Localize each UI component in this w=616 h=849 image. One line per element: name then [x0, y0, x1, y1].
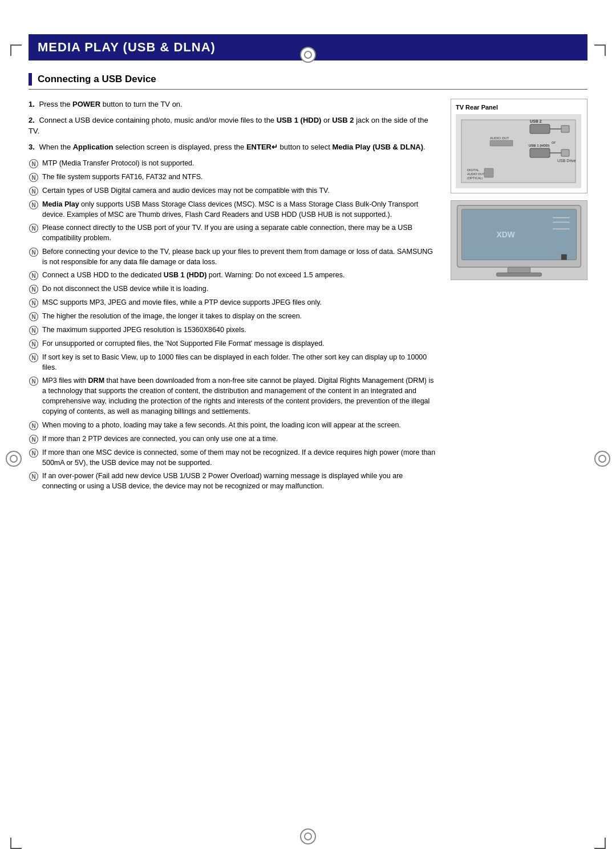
- svg-text:N: N: [31, 341, 35, 347]
- corner-mark-bl: [10, 838, 22, 849]
- svg-rect-61: [561, 254, 567, 260]
- note-svg-14: N: [29, 376, 39, 386]
- note-14: N MP3 files with DRM that have been down…: [29, 375, 439, 417]
- corner-mark-tr: [594, 45, 606, 56]
- note-2-text: The file system supports FAT16, FAT32 an…: [42, 172, 203, 182]
- steps-list: 1. Press the POWER button to turn the TV…: [29, 99, 439, 152]
- step-2: 2. Connect a USB device containing photo…: [29, 115, 439, 137]
- step-3-num: 3.: [29, 143, 35, 151]
- note-14-text: MP3 files with DRM that have been downlo…: [42, 375, 439, 417]
- note-svg-16: N: [29, 434, 39, 444]
- step-1-num: 1.: [29, 100, 35, 108]
- svg-text:USB 1 (HDD): USB 1 (HDD): [529, 144, 549, 147]
- note-9: N MSC supports MP3, JPEG and movie files…: [29, 297, 439, 308]
- note-11: N The maximum supported JPEG resolution …: [29, 325, 439, 335]
- note-svg-10: N: [29, 312, 39, 322]
- bottom-circle-icon: [300, 828, 316, 844]
- nav-icon-top: [300, 47, 316, 63]
- note-18: N If an over-power (Fail add new device …: [29, 471, 439, 491]
- note-3-text: Certain types of USB Digital camera and …: [42, 185, 330, 196]
- note-17-text: If more than one MSC device is connected…: [42, 447, 439, 468]
- tv-illustration: XDW: [451, 201, 587, 280]
- svg-text:(OPTICAL): (OPTICAL): [467, 176, 483, 180]
- note-icon-14: N: [29, 376, 39, 386]
- note-icon-15: N: [29, 421, 39, 431]
- note-svg-1: N: [29, 159, 39, 169]
- note-5-text: Please connect directly to the USB port …: [42, 223, 439, 243]
- note-13-text: If sort key is set to Basic View, up to …: [42, 352, 439, 373]
- svg-text:N: N: [31, 202, 35, 208]
- note-7-text: Connect a USB HDD to the dedicated USB 1…: [42, 270, 345, 280]
- rear-panel-svg: USB 2 or AUDIO OUT USB 1 (HDD): [456, 114, 581, 188]
- note-icon-16: N: [29, 434, 39, 444]
- note-1-text: MTP (Media Transfer Protocol) is not sup…: [42, 158, 194, 168]
- corner-mark-tl: [10, 45, 22, 56]
- note-15: N When moving to a photo, loading may ta…: [29, 420, 439, 431]
- note-icon-2: N: [29, 172, 39, 183]
- tv-rear-panel-diagram: TV Rear Panel USB 2 or AUDIO OUT: [451, 99, 587, 193]
- note-8-text: Do not disconnect the USB device while i…: [42, 284, 208, 294]
- two-column-layout: 1. Press the POWER button to turn the TV…: [29, 99, 587, 494]
- page: MEDIA PLAY (USB & DLNA) Connecting a USB…: [0, 34, 616, 849]
- note-icon-13: N: [29, 353, 39, 363]
- note-17: N If more than one MSC device is connect…: [29, 447, 439, 468]
- note-4-text: Media Play only supports USB Mass Storag…: [42, 199, 439, 220]
- note-icon-11: N: [29, 325, 39, 335]
- svg-text:N: N: [31, 188, 35, 195]
- note-icon-7: N: [29, 270, 39, 281]
- top-circle-icon: [300, 47, 316, 63]
- svg-text:AUDIO OUT: AUDIO OUT: [467, 172, 485, 176]
- note-icon-9: N: [29, 298, 39, 308]
- note-12: N For unsupported or corrupted files, th…: [29, 338, 439, 349]
- left-circle-icon: [6, 451, 22, 467]
- svg-rect-55: [461, 209, 576, 260]
- svg-text:USB Drive: USB Drive: [557, 159, 576, 163]
- tv-photo: XDW: [451, 200, 587, 280]
- note-svg-12: N: [29, 339, 39, 349]
- svg-rect-40: [561, 126, 569, 132]
- note-10: N The higher the resolution of the image…: [29, 311, 439, 322]
- svg-text:N: N: [31, 314, 35, 320]
- note-icon-1: N: [29, 159, 39, 169]
- note-svg-9: N: [29, 298, 39, 308]
- svg-text:AUDIO OUT: AUDIO OUT: [490, 136, 509, 140]
- right-circle-icon: [594, 451, 610, 467]
- note-svg-7: N: [29, 270, 39, 281]
- svg-text:N: N: [31, 423, 35, 429]
- note-icon-18: N: [29, 471, 39, 482]
- note-svg-15: N: [29, 421, 39, 431]
- svg-text:N: N: [31, 474, 35, 480]
- note-13: N If sort key is set to Basic View, up t…: [29, 352, 439, 373]
- svg-text:or: or: [552, 140, 556, 145]
- note-10-text: The higher the resolution of the image, …: [42, 311, 302, 321]
- note-svg-8: N: [29, 284, 39, 294]
- svg-rect-43: [490, 140, 513, 146]
- note-3: N Certain types of USB Digital camera an…: [29, 185, 439, 196]
- note-svg-2: N: [29, 172, 39, 183]
- note-svg-6: N: [29, 247, 39, 257]
- note-icon-5: N: [29, 223, 39, 233]
- note-icon-3: N: [29, 186, 39, 196]
- svg-text:N: N: [31, 286, 35, 293]
- step-3-text: When the Application selection screen is…: [39, 143, 425, 151]
- note-svg-18: N: [29, 471, 39, 482]
- nav-icon-left: [6, 451, 22, 467]
- svg-text:USB 2: USB 2: [530, 119, 542, 123]
- svg-text:N: N: [31, 436, 35, 443]
- note-svg-11: N: [29, 325, 39, 335]
- svg-text:N: N: [31, 249, 35, 256]
- svg-rect-44: [530, 148, 550, 157]
- note-16-text: If more than 2 PTP devices are connected…: [42, 434, 278, 444]
- step-3: 3. When the Application selection screen…: [29, 142, 439, 153]
- note-svg-3: N: [29, 186, 39, 196]
- note-icon-17: N: [29, 448, 39, 458]
- svg-text:N: N: [31, 450, 35, 456]
- nav-icon-bottom: [300, 828, 316, 844]
- nav-icon-right: [594, 451, 610, 467]
- note-11-text: The maximum supported JPEG resolution is…: [42, 325, 246, 335]
- note-2: N The file system supports FAT16, FAT32 …: [29, 172, 439, 183]
- right-column: TV Rear Panel USB 2 or AUDIO OUT: [451, 99, 587, 494]
- svg-rect-37: [530, 124, 550, 134]
- svg-text:DIGITAL: DIGITAL: [467, 168, 479, 172]
- svg-text:N: N: [31, 225, 35, 232]
